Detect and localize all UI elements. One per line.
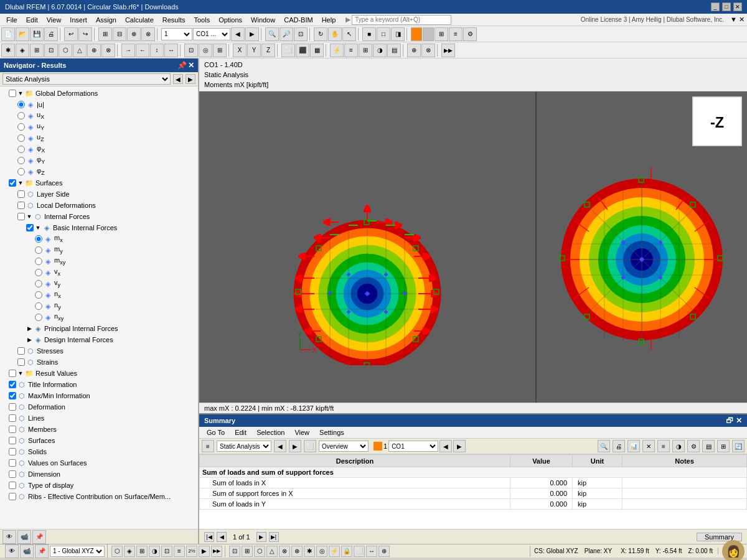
sum-menu-edit[interactable]: Edit xyxy=(232,428,249,437)
tb-extra1[interactable]: ⊞ xyxy=(435,27,448,41)
tree-result-values[interactable]: ▼ 📁 Result Values xyxy=(0,368,198,379)
st-btn4[interactable]: ◑ xyxy=(149,546,160,557)
tree-phix[interactable]: ◈ φX xyxy=(0,144,198,155)
tb2-8[interactable]: ⊗ xyxy=(101,44,115,57)
menu-extra-controls[interactable]: ▼ ✕ xyxy=(730,16,745,24)
tree-surfaces[interactable]: ▼ 📁 Surfaces xyxy=(0,177,198,189)
tree-ny[interactable]: ◈ ny xyxy=(0,301,198,312)
tb2-13[interactable]: ⊡ xyxy=(184,44,198,57)
tb2-6[interactable]: △ xyxy=(73,44,87,57)
sum-menu-goto[interactable]: Go To xyxy=(204,428,227,437)
nav-analysis-dropdown[interactable]: Static Analysis xyxy=(2,73,171,85)
cb-global-deformations[interactable] xyxy=(9,90,16,97)
sum-tbx7[interactable]: ⚙ xyxy=(687,440,700,452)
radio-uz[interactable] xyxy=(17,134,25,142)
st-tool8[interactable]: ◎ xyxy=(316,546,327,557)
radio-phix[interactable] xyxy=(17,146,25,153)
sum-tbx2[interactable]: 🖨 xyxy=(613,440,625,452)
cb-ribs[interactable] xyxy=(9,493,16,500)
tb2-1[interactable]: ✱ xyxy=(1,44,15,57)
st-btn2[interactable]: ◈ xyxy=(124,546,135,557)
tb2-2[interactable]: ◈ xyxy=(16,44,29,57)
tb-open[interactable]: 📂 xyxy=(16,27,29,41)
radio-nxy[interactable] xyxy=(35,314,42,321)
tb2-24[interactable]: ⊕ xyxy=(407,44,421,57)
cb-local-deformations[interactable] xyxy=(17,202,25,209)
sum-tbx5[interactable]: ≡ xyxy=(657,440,670,452)
menu-assign[interactable]: Assign xyxy=(92,16,120,24)
tb2-23[interactable]: ▤ xyxy=(387,44,401,57)
st-btn7[interactable]: 2½ xyxy=(186,546,197,557)
sum-tbx3[interactable]: 📊 xyxy=(627,440,640,452)
menu-calculate[interactable]: Calculate xyxy=(121,16,157,24)
tb-save[interactable]: 💾 xyxy=(30,27,44,41)
radio-phiz[interactable] xyxy=(17,168,25,175)
tb-btn2[interactable]: ⊟ xyxy=(113,27,126,41)
tb2-axis-y[interactable]: Y xyxy=(247,44,261,57)
tree-mx[interactable]: ◈ mx xyxy=(0,233,198,245)
radio-mxy[interactable] xyxy=(35,258,42,265)
menu-results[interactable]: Results xyxy=(159,16,189,24)
main-viewport[interactable]: y X Y y y x x xyxy=(199,91,535,403)
combo-dropdown[interactable]: CO1 ... xyxy=(193,28,230,40)
summary-header-controls[interactable]: 🗗 ✕ xyxy=(726,416,742,425)
tb-fit[interactable]: ⊡ xyxy=(294,27,308,41)
tb-btn1[interactable]: ⊞ xyxy=(98,27,112,41)
cb-members[interactable] xyxy=(9,426,16,433)
menu-tools[interactable]: Tools xyxy=(190,16,214,24)
nav-tool-2[interactable]: 📹 xyxy=(17,530,31,544)
st-btn8[interactable]: ▶ xyxy=(199,546,210,557)
tb-select[interactable]: ↖ xyxy=(342,27,356,41)
st-tool11[interactable]: ⬜ xyxy=(354,546,365,557)
load-case-dropdown[interactable]: 1 xyxy=(161,28,192,40)
tree-vy[interactable]: ◈ vy xyxy=(0,278,198,289)
sum-next-btn[interactable]: ▶ xyxy=(289,440,301,452)
tb2-17[interactable]: ⬛ xyxy=(296,44,309,57)
tb-undo[interactable]: ↩ xyxy=(64,27,78,41)
tree-maxmin-info[interactable]: ⬡ Max/Min Information xyxy=(0,390,198,401)
tb2-14[interactable]: ◎ xyxy=(199,44,212,57)
st-tool9[interactable]: ⚡ xyxy=(329,546,340,557)
tree-surfaces-2[interactable]: ⬡ Surfaces xyxy=(0,435,198,446)
sum-prev-btn[interactable]: ◀ xyxy=(274,440,286,452)
cb-maxmin-info[interactable] xyxy=(9,392,16,399)
tree-type-of-display[interactable]: ⬡ Type of display xyxy=(0,480,198,491)
summary-table-container[interactable]: Description Value Unit Notes Sum of load… xyxy=(199,454,747,529)
sum-tbx1[interactable]: 🔍 xyxy=(598,440,610,452)
tb2-5[interactable]: ⬡ xyxy=(59,44,72,57)
tb-render[interactable]: ■ xyxy=(362,27,376,41)
tree-ribs[interactable]: ⬡ Ribs - Effective Contribution on Surfa… xyxy=(0,491,198,502)
tree-stresses[interactable]: ⬡ Stresses xyxy=(0,345,198,357)
st-tool5[interactable]: ⊗ xyxy=(279,546,290,557)
tb2-16[interactable]: ⬜ xyxy=(281,44,295,57)
page-first-btn[interactable]: |◀ xyxy=(204,532,214,542)
cb-deformation[interactable] xyxy=(9,403,16,411)
radio-mx[interactable] xyxy=(35,235,42,243)
canvas-area[interactable]: y X Y y y x x xyxy=(199,91,747,403)
sum-menu-selection[interactable]: Selection xyxy=(254,428,287,437)
st-btn3[interactable]: ⊞ xyxy=(136,546,148,557)
st-btn1[interactable]: ⬡ xyxy=(111,546,123,557)
cb-internal-forces[interactable] xyxy=(17,213,25,220)
cb-strains[interactable] xyxy=(17,358,25,366)
tb2-19[interactable]: ⚡ xyxy=(330,44,344,57)
nav-tool-3[interactable]: 📌 xyxy=(32,530,46,544)
tb-pan[interactable]: ✋ xyxy=(328,27,342,41)
tb2-4[interactable]: ⊡ xyxy=(44,44,58,57)
tb-extra2[interactable]: ≡ xyxy=(449,27,463,41)
tb-btn4[interactable]: ⊗ xyxy=(141,27,155,41)
status-view-dropdown[interactable]: 1 - Global XYZ xyxy=(50,546,105,557)
tb-zoom-out[interactable]: 🔎 xyxy=(280,27,293,41)
tb-color2[interactable] xyxy=(423,27,434,41)
tree-phiz[interactable]: ◈ φZ xyxy=(0,166,198,177)
tree-local-deformations[interactable]: ⬡ Local Deformations xyxy=(0,200,198,211)
tree-phiy[interactable]: ◈ φY xyxy=(0,155,198,166)
summary-close-btn[interactable]: ✕ xyxy=(736,416,742,425)
radio-vx[interactable] xyxy=(35,269,42,276)
tb2-20[interactable]: ≡ xyxy=(344,44,358,57)
tb-btn3[interactable]: ⊕ xyxy=(127,27,141,41)
radio-my[interactable] xyxy=(35,246,42,254)
nav-header-controls[interactable]: 📌 ✕ xyxy=(177,61,194,70)
cb-surfaces-2[interactable] xyxy=(9,437,16,444)
tree-deformation[interactable]: ⬡ Deformation xyxy=(0,401,198,413)
